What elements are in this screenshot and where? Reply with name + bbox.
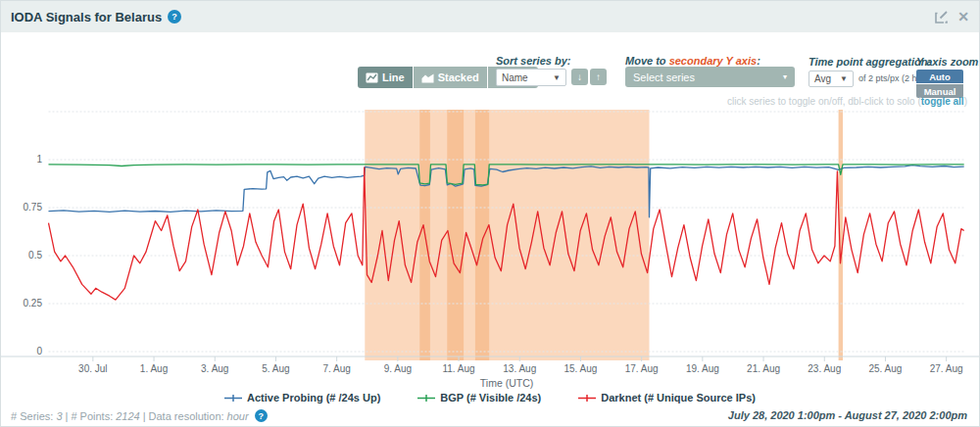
points-count-value: 2124	[116, 410, 139, 422]
sort-series-label: Sort series by:	[496, 55, 570, 67]
x-axis-tick-label: 19. Aug	[686, 363, 719, 374]
toggle-all-link[interactable]: toggle all	[921, 96, 964, 107]
yzoom-auto-button[interactable]: Auto	[916, 70, 963, 83]
x-axis-tick-label: 30. Jul	[78, 363, 107, 374]
highlight-band	[365, 110, 649, 360]
x-axis-tick-label: 21. Aug	[747, 363, 780, 374]
date-range: July 28, 2020 1:00pm - August 27, 2020 2…	[728, 409, 967, 421]
x-axis-title: Time (UTC)	[480, 377, 533, 389]
sort-select-value: Name	[502, 72, 528, 83]
chart-stats: # Series: 3 | # Points: 2124 | Data reso…	[11, 409, 268, 422]
line-view-label: Line	[382, 71, 405, 83]
x-axis-tick-label: 1. Aug	[140, 363, 168, 374]
x-axis-tick-label: 5. Aug	[262, 363, 289, 374]
select-series-placeholder: Select series	[633, 71, 695, 83]
chevron-down-icon: ▼	[553, 73, 561, 82]
x-axis-tick-label: 17. Aug	[625, 363, 659, 374]
x-axis-tick-label: 23. Aug	[808, 363, 841, 374]
x-axis-tick-label: 11. Aug	[442, 363, 474, 374]
sort-descending-button[interactable]: ↓	[571, 69, 588, 85]
series-count-value: 3	[56, 410, 62, 422]
highlight-band	[475, 110, 489, 360]
y-axis-tick-label: 0.5	[28, 250, 42, 261]
help-icon[interactable]: ?	[255, 409, 268, 422]
x-axis-tick-label: 7. Aug	[322, 363, 350, 374]
legend-marker-icon	[578, 394, 596, 403]
move-label-suffix: :	[757, 55, 760, 67]
sort-ascending-button[interactable]: ↑	[590, 69, 607, 85]
legend-item[interactable]: Active Probing (# /24s Up)	[224, 392, 380, 403]
line-view-button[interactable]: Line	[358, 67, 413, 88]
y-axis-tick-label: 0.75	[24, 202, 43, 213]
move-secondary-axis-label: Move to secondary Y axis:	[625, 55, 760, 67]
stacked-chart-icon	[421, 72, 434, 83]
legend-label: Active Probing (# /24s Up)	[247, 392, 380, 403]
chevron-down-icon: ▼	[840, 74, 848, 83]
y-axis-tick-label: 0.25	[24, 298, 43, 308]
legend-marker-icon	[224, 394, 242, 403]
x-axis-tick-label: 27. Aug	[930, 363, 963, 374]
x-axis-tick-label: 25. Aug	[868, 363, 902, 374]
sort-direction-buttons: ↓ ↑	[571, 69, 607, 85]
line-chart-icon	[366, 72, 378, 83]
stacked-view-label: Stacked	[438, 71, 479, 83]
yzoom-label: Y axis zoom:	[916, 56, 980, 68]
aggregation-select-value: Avg	[814, 73, 831, 84]
toggle-hint-close: )	[964, 96, 967, 107]
legend-label: BGP (# Visible /24s)	[440, 392, 541, 403]
legend-marker-icon	[417, 394, 435, 403]
toggle-hint-text: click series to toggle on/off, dbl-click…	[727, 96, 921, 107]
aggregation-label: Time point aggregation:	[808, 56, 931, 68]
legend-label: Darknet (# Unique Source IPs)	[601, 392, 756, 403]
chart-legend: Active Probing (# /24s Up)BGP (# Visible…	[1, 392, 979, 403]
highlight-band	[447, 110, 464, 360]
y-axis-tick-label: 0	[36, 346, 42, 356]
x-axis-tick-label: 3. Aug	[201, 363, 228, 374]
points-count-label: # Points:	[71, 410, 113, 422]
y-axis-tick-label: 1	[36, 154, 42, 165]
x-axis-tick-label: 15. Aug	[564, 363, 597, 374]
move-label-prefix: Move to	[625, 55, 669, 67]
legend-item[interactable]: BGP (# Visible /24s)	[417, 392, 541, 403]
separator: |	[66, 410, 69, 422]
series-toggle-hint: click series to toggle on/off, dbl-click…	[727, 96, 967, 107]
sort-select[interactable]: Name ▼	[496, 69, 566, 86]
x-axis-tick-label: 13. Aug	[503, 363, 536, 374]
stacked-view-button[interactable]: Stacked	[414, 67, 487, 88]
legend-item[interactable]: Darknet (# Unique Source IPs)	[578, 392, 756, 403]
ioda-signals-panel: IODA Signals for Belarus ? ✕ 00.250.50.7…	[0, 0, 980, 427]
separator: |	[143, 410, 146, 422]
x-axis-tick-label: 9. Aug	[384, 363, 412, 374]
resolution-label: Data resolution:	[149, 410, 224, 422]
select-series-dropdown[interactable]: Select series ▾	[625, 67, 795, 87]
chevron-down-icon: ▾	[783, 72, 787, 81]
series-count-label: # Series:	[11, 410, 53, 422]
move-label-highlight: secondary Y axis	[669, 55, 758, 67]
resolution-value: hour	[227, 410, 249, 422]
aggregation-select[interactable]: Avg ▼	[808, 71, 854, 87]
